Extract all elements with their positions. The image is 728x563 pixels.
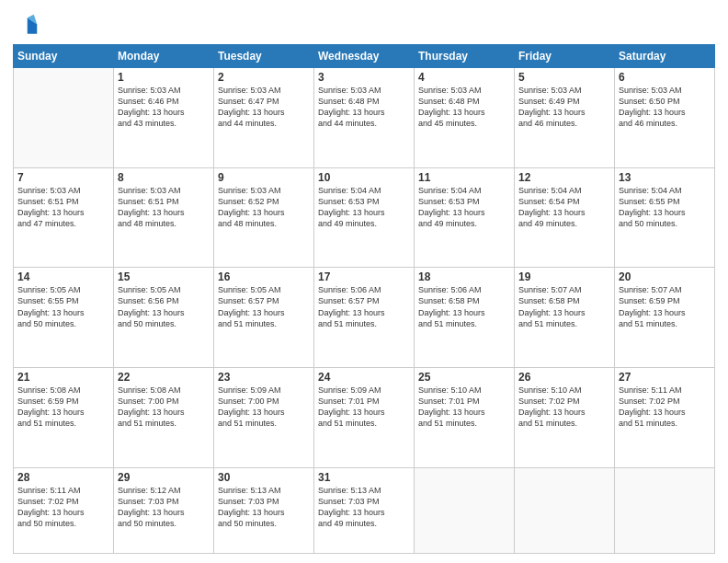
day-cell: 24Sunrise: 5:09 AM Sunset: 7:01 PM Dayli… xyxy=(314,367,415,467)
day-info: Sunrise: 5:08 AM Sunset: 6:59 PM Dayligh… xyxy=(17,385,109,430)
day-info: Sunrise: 5:03 AM Sunset: 6:50 PM Dayligh… xyxy=(619,85,711,130)
day-info: Sunrise: 5:03 AM Sunset: 6:51 PM Dayligh… xyxy=(118,185,210,230)
day-cell: 19Sunrise: 5:07 AM Sunset: 6:58 PM Dayli… xyxy=(515,268,615,368)
day-number: 6 xyxy=(619,71,711,84)
day-info: Sunrise: 5:04 AM Sunset: 6:53 PM Dayligh… xyxy=(318,185,410,230)
day-number: 10 xyxy=(318,171,410,184)
day-cell: 14Sunrise: 5:05 AM Sunset: 6:55 PM Dayli… xyxy=(14,268,114,368)
day-info: Sunrise: 5:13 AM Sunset: 7:03 PM Dayligh… xyxy=(218,485,310,530)
day-number: 5 xyxy=(518,71,610,84)
day-cell: 30Sunrise: 5:13 AM Sunset: 7:03 PM Dayli… xyxy=(214,467,314,554)
day-cell: 4Sunrise: 5:03 AM Sunset: 6:48 PM Daylig… xyxy=(415,68,515,168)
day-cell: 1Sunrise: 5:03 AM Sunset: 6:46 PM Daylig… xyxy=(114,68,214,168)
day-cell: 5Sunrise: 5:03 AM Sunset: 6:49 PM Daylig… xyxy=(515,68,615,168)
day-number: 27 xyxy=(619,371,711,384)
day-info: Sunrise: 5:09 AM Sunset: 7:01 PM Dayligh… xyxy=(318,385,410,430)
weekday-header-row: SundayMondayTuesdayWednesdayThursdayFrid… xyxy=(14,45,715,68)
day-cell: 16Sunrise: 5:05 AM Sunset: 6:57 PM Dayli… xyxy=(214,268,314,368)
day-info: Sunrise: 5:11 AM Sunset: 7:02 PM Dayligh… xyxy=(17,485,109,530)
day-info: Sunrise: 5:03 AM Sunset: 6:48 PM Dayligh… xyxy=(318,85,410,130)
day-number: 20 xyxy=(619,270,711,283)
day-info: Sunrise: 5:03 AM Sunset: 6:52 PM Dayligh… xyxy=(218,185,310,230)
day-info: Sunrise: 5:05 AM Sunset: 6:55 PM Dayligh… xyxy=(17,284,109,329)
header xyxy=(13,9,715,39)
day-number: 30 xyxy=(218,471,310,484)
day-number: 3 xyxy=(318,71,410,84)
day-cell xyxy=(14,68,114,168)
day-cell: 22Sunrise: 5:08 AM Sunset: 7:00 PM Dayli… xyxy=(114,367,214,467)
day-cell xyxy=(615,467,715,554)
day-info: Sunrise: 5:03 AM Sunset: 6:46 PM Dayligh… xyxy=(118,85,210,130)
day-info: Sunrise: 5:06 AM Sunset: 6:58 PM Dayligh… xyxy=(418,284,510,329)
day-number: 2 xyxy=(218,71,310,84)
day-number: 22 xyxy=(118,371,210,384)
logo-icon xyxy=(13,13,39,39)
day-cell: 25Sunrise: 5:10 AM Sunset: 7:01 PM Dayli… xyxy=(415,367,515,467)
day-number: 25 xyxy=(418,371,510,384)
day-cell: 18Sunrise: 5:06 AM Sunset: 6:58 PM Dayli… xyxy=(415,268,515,368)
day-cell: 26Sunrise: 5:10 AM Sunset: 7:02 PM Dayli… xyxy=(515,367,615,467)
day-info: Sunrise: 5:09 AM Sunset: 7:00 PM Dayligh… xyxy=(218,385,310,430)
weekday-header-wednesday: Wednesday xyxy=(314,45,415,68)
weekday-header-friday: Friday xyxy=(515,45,615,68)
calendar-table: SundayMondayTuesdayWednesdayThursdayFrid… xyxy=(13,44,715,554)
weekday-header-sunday: Sunday xyxy=(14,45,114,68)
week-row-4: 28Sunrise: 5:11 AM Sunset: 7:02 PM Dayli… xyxy=(14,467,715,554)
day-cell: 3Sunrise: 5:03 AM Sunset: 6:48 PM Daylig… xyxy=(314,68,415,168)
day-info: Sunrise: 5:04 AM Sunset: 6:54 PM Dayligh… xyxy=(518,185,610,230)
weekday-header-monday: Monday xyxy=(114,45,214,68)
weekday-header-thursday: Thursday xyxy=(415,45,515,68)
day-cell: 13Sunrise: 5:04 AM Sunset: 6:55 PM Dayli… xyxy=(615,167,715,268)
page: SundayMondayTuesdayWednesdayThursdayFrid… xyxy=(0,0,728,563)
day-number: 1 xyxy=(118,71,210,84)
day-cell xyxy=(515,467,615,554)
day-cell: 23Sunrise: 5:09 AM Sunset: 7:00 PM Dayli… xyxy=(214,367,314,467)
day-number: 29 xyxy=(118,471,210,484)
day-number: 13 xyxy=(619,171,711,184)
day-cell: 17Sunrise: 5:06 AM Sunset: 6:57 PM Dayli… xyxy=(314,268,415,368)
logo xyxy=(13,13,42,39)
day-info: Sunrise: 5:10 AM Sunset: 7:02 PM Dayligh… xyxy=(518,385,610,430)
week-row-0: 1Sunrise: 5:03 AM Sunset: 6:46 PM Daylig… xyxy=(14,68,715,168)
day-cell: 12Sunrise: 5:04 AM Sunset: 6:54 PM Dayli… xyxy=(515,167,615,268)
day-number: 4 xyxy=(418,71,510,84)
day-number: 21 xyxy=(17,371,109,384)
day-cell: 20Sunrise: 5:07 AM Sunset: 6:59 PM Dayli… xyxy=(615,268,715,368)
weekday-header-saturday: Saturday xyxy=(615,45,715,68)
day-number: 19 xyxy=(518,270,610,283)
day-number: 16 xyxy=(218,270,310,283)
day-info: Sunrise: 5:06 AM Sunset: 6:57 PM Dayligh… xyxy=(318,284,410,329)
day-info: Sunrise: 5:11 AM Sunset: 7:02 PM Dayligh… xyxy=(619,385,711,430)
day-number: 14 xyxy=(17,270,109,283)
day-info: Sunrise: 5:03 AM Sunset: 6:49 PM Dayligh… xyxy=(518,85,610,130)
day-cell: 10Sunrise: 5:04 AM Sunset: 6:53 PM Dayli… xyxy=(314,167,415,268)
week-row-1: 7Sunrise: 5:03 AM Sunset: 6:51 PM Daylig… xyxy=(14,167,715,268)
weekday-header-tuesday: Tuesday xyxy=(214,45,314,68)
day-number: 7 xyxy=(17,171,109,184)
day-info: Sunrise: 5:12 AM Sunset: 7:03 PM Dayligh… xyxy=(118,485,210,530)
day-cell: 29Sunrise: 5:12 AM Sunset: 7:03 PM Dayli… xyxy=(114,467,214,554)
day-info: Sunrise: 5:07 AM Sunset: 6:58 PM Dayligh… xyxy=(518,284,610,329)
day-cell: 6Sunrise: 5:03 AM Sunset: 6:50 PM Daylig… xyxy=(615,68,715,168)
day-number: 18 xyxy=(418,270,510,283)
day-info: Sunrise: 5:03 AM Sunset: 6:51 PM Dayligh… xyxy=(17,185,109,230)
day-cell: 21Sunrise: 5:08 AM Sunset: 6:59 PM Dayli… xyxy=(14,367,114,467)
day-cell: 27Sunrise: 5:11 AM Sunset: 7:02 PM Dayli… xyxy=(615,367,715,467)
day-cell xyxy=(415,467,515,554)
week-row-3: 21Sunrise: 5:08 AM Sunset: 6:59 PM Dayli… xyxy=(14,367,715,467)
day-info: Sunrise: 5:03 AM Sunset: 6:47 PM Dayligh… xyxy=(218,85,310,130)
day-cell: 8Sunrise: 5:03 AM Sunset: 6:51 PM Daylig… xyxy=(114,167,214,268)
day-number: 8 xyxy=(118,171,210,184)
day-cell: 7Sunrise: 5:03 AM Sunset: 6:51 PM Daylig… xyxy=(14,167,114,268)
day-info: Sunrise: 5:03 AM Sunset: 6:48 PM Dayligh… xyxy=(418,85,510,130)
day-number: 12 xyxy=(518,171,610,184)
day-number: 24 xyxy=(318,371,410,384)
day-cell: 11Sunrise: 5:04 AM Sunset: 6:53 PM Dayli… xyxy=(415,167,515,268)
day-info: Sunrise: 5:04 AM Sunset: 6:53 PM Dayligh… xyxy=(418,185,510,230)
day-number: 15 xyxy=(118,270,210,283)
week-row-2: 14Sunrise: 5:05 AM Sunset: 6:55 PM Dayli… xyxy=(14,268,715,368)
day-number: 17 xyxy=(318,270,410,283)
day-cell: 15Sunrise: 5:05 AM Sunset: 6:56 PM Dayli… xyxy=(114,268,214,368)
day-info: Sunrise: 5:05 AM Sunset: 6:56 PM Dayligh… xyxy=(118,284,210,329)
day-info: Sunrise: 5:10 AM Sunset: 7:01 PM Dayligh… xyxy=(418,385,510,430)
